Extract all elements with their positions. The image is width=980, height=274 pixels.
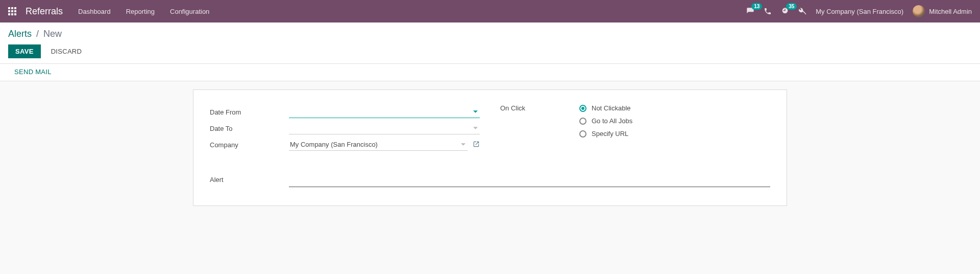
top-navbar: Referrals Dashboard Reporting Configurat… — [0, 0, 980, 22]
label-date-to: Date To — [210, 125, 289, 132]
activities-badge: 35 — [786, 3, 797, 10]
label-date-from: Date From — [210, 108, 289, 116]
phone-icon[interactable] — [764, 7, 772, 15]
external-link-icon[interactable] — [473, 141, 480, 149]
radio-not-clickable[interactable]: Not Clickable — [579, 104, 632, 112]
date-to-input[interactable] — [289, 122, 480, 134]
form-sheet: Date From Date To — [193, 89, 787, 206]
company-input[interactable] — [289, 139, 468, 151]
company-switcher[interactable]: My Company (San Francisco) — [816, 8, 903, 15]
label-on-click: On Click — [500, 104, 579, 112]
status-bar: SEND MAIL — [0, 64, 980, 81]
radio-go-to-all-jobs[interactable]: Go to All Jobs — [579, 117, 632, 125]
send-mail-button[interactable]: SEND MAIL — [14, 68, 52, 76]
breadcrumb-current: New — [43, 29, 62, 39]
apps-icon[interactable] — [8, 7, 16, 15]
discard-button[interactable]: DISCARD — [48, 44, 85, 58]
app-brand[interactable]: Referrals — [26, 6, 63, 17]
save-button[interactable]: SAVE — [8, 44, 41, 58]
user-menu[interactable]: Mitchell Admin — [913, 5, 972, 17]
breadcrumb: Alerts / New — [0, 22, 980, 42]
control-panel: Alerts / New SAVE DISCARD — [0, 22, 980, 64]
date-from-input[interactable] — [289, 106, 480, 118]
avatar — [913, 5, 925, 17]
activities-icon[interactable]: 35 — [781, 7, 789, 15]
messages-icon[interactable]: 13 — [746, 7, 754, 15]
nav-menu-configuration[interactable]: Configuration — [170, 8, 209, 15]
debug-icon[interactable] — [798, 7, 806, 15]
nav-menu-dashboard[interactable]: Dashboard — [78, 8, 111, 15]
nav-menu: Dashboard Reporting Configuration — [78, 8, 209, 15]
nav-menu-reporting[interactable]: Reporting — [126, 8, 155, 15]
breadcrumb-sep: / — [36, 29, 39, 39]
messages-badge: 13 — [751, 3, 762, 10]
radio-specify-url[interactable]: Specify URL — [579, 130, 632, 138]
alert-input[interactable] — [289, 176, 770, 187]
breadcrumb-parent[interactable]: Alerts — [8, 29, 32, 39]
on-click-radio-group: Not Clickable Go to All Jobs Specify URL — [579, 104, 632, 138]
label-alert: Alert — [210, 176, 289, 184]
action-bar: SAVE DISCARD — [0, 42, 980, 63]
label-company: Company — [210, 141, 289, 149]
user-name: Mitchell Admin — [929, 8, 972, 15]
